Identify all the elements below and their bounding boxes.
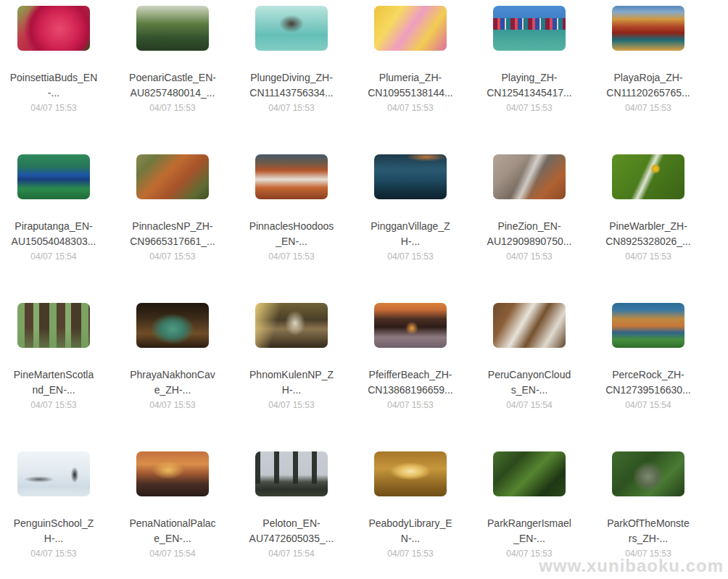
file-item[interactable]: PfeifferBeach_ZH- CN13868196659... 04/07… xyxy=(351,297,470,446)
file-name-line2: H-... xyxy=(356,234,465,249)
file-name-line2: CN12541345417... xyxy=(475,86,584,101)
file-item[interactable]: PineZion_EN- AU12909890750... 04/07 15:5… xyxy=(470,149,589,297)
snowy-pine-cliff-thumbnail[interactable] xyxy=(493,154,566,199)
file-name[interactable]: PeabodyLibrary_E N-... xyxy=(356,516,465,546)
file-name[interactable]: PlungeDiving_ZH- CN11143756334... xyxy=(237,70,346,101)
file-name[interactable]: PinnaclesNP_ZH- CN9665317661_... xyxy=(118,219,227,249)
hoodoos-fog-thumbnail[interactable] xyxy=(255,154,328,199)
file-name[interactable]: ParkRangerIsmael _EN-... xyxy=(475,516,584,546)
file-name-line1: Peloton_EN- xyxy=(237,516,346,531)
file-name[interactable]: PenguinSchool_Z H-... xyxy=(0,516,108,546)
file-item[interactable]: PhrayaNakhonCav e_ZH-... 04/07 15:53 xyxy=(113,297,232,446)
file-name[interactable]: PineMartenScotla nd_EN-... xyxy=(0,367,108,398)
file-item[interactable]: PeruCanyonCloud s_EN-... 04/07 15:54 xyxy=(470,297,589,446)
file-name[interactable]: Plumeria_ZH- CN10955138144... xyxy=(356,70,465,101)
misty-valley-village-thumbnail[interactable] xyxy=(374,154,447,199)
file-item[interactable]: Peloton_EN- AU7472605035_... 04/07 15:54 xyxy=(232,446,351,579)
monster-stone-face-thumbnail[interactable] xyxy=(612,451,684,496)
file-name[interactable]: PlayaRoja_ZH- CN11120265765... xyxy=(594,70,703,101)
library-atrium-thumbnail[interactable] xyxy=(374,451,447,496)
file-timestamp: 04/07 15:53 xyxy=(30,400,76,411)
file-name-line2: _EN-... xyxy=(475,531,584,546)
file-item[interactable]: PlayaRoja_ZH- CN11120265765... 04/07 15:… xyxy=(589,0,708,149)
file-item[interactable]: PerceRock_ZH- CN12739516630... 04/07 15:… xyxy=(589,297,708,446)
file-item[interactable]: PoenariCastle_EN- AU8257480014_... 04/07… xyxy=(113,0,232,149)
file-name[interactable]: PoinsettiaBuds_EN -... xyxy=(0,70,108,101)
file-timestamp: 04/07 15:53 xyxy=(625,251,671,262)
file-item[interactable]: Playing_ZH- CN12541345417... 04/07 15:53 xyxy=(470,0,589,149)
canyon-clouds-aerial-thumbnail[interactable] xyxy=(493,303,566,348)
file-name-line2: H-... xyxy=(237,383,346,398)
waterfall-sunrays-thumbnail[interactable] xyxy=(255,303,328,348)
file-item[interactable]: PinnaclesNP_ZH- CN9665317661_... 04/07 1… xyxy=(113,149,232,297)
file-timestamp: 04/07 15:53 xyxy=(149,400,195,411)
pine-forest-thumbnail[interactable] xyxy=(17,303,90,348)
file-name-line1: PineWarbler_ZH- xyxy=(594,219,703,234)
palace-sunset-thumbnail[interactable] xyxy=(136,451,209,496)
swimmers-pool-thumbnail[interactable] xyxy=(493,6,566,51)
file-item[interactable]: Plumeria_ZH- CN10955138144... 04/07 15:5… xyxy=(351,0,470,149)
file-name-line2: CN12739516630... xyxy=(594,383,703,398)
plumeria-flowers-thumbnail[interactable] xyxy=(374,6,447,51)
file-name-line1: PenaNationalPalac xyxy=(118,516,227,531)
file-name-line1: ParkRangerIsmael xyxy=(475,516,584,531)
file-name[interactable]: PinnaclesHoodoos _EN-... xyxy=(237,219,346,249)
file-name[interactable]: ParkOfTheMonste rs_ZH-... xyxy=(594,516,703,546)
icy-branch-warbler-thumbnail[interactable] xyxy=(612,154,684,199)
file-name-line2: CN10955138144... xyxy=(356,86,465,101)
file-name-line1: PlungeDiving_ZH- xyxy=(237,70,346,86)
file-item[interactable]: PineWarbler_ZH- CN8925328026_... 04/07 1… xyxy=(589,149,708,297)
file-name[interactable]: PhrayaNakhonCav e_ZH-... xyxy=(118,367,227,398)
file-name-line2: AU15054048303... xyxy=(0,234,108,249)
file-name[interactable]: PoenariCastle_EN- AU8257480014_... xyxy=(118,70,227,101)
file-timestamp: 04/07 15:53 xyxy=(625,103,671,114)
file-item[interactable]: Piraputanga_EN- AU15054048303... 04/07 1… xyxy=(0,149,113,297)
file-name[interactable]: PfeifferBeach_ZH- CN13868196659... xyxy=(356,367,465,398)
file-timestamp: 04/07 15:53 xyxy=(506,103,552,114)
file-name[interactable]: PineWarbler_ZH- CN8925328026_... xyxy=(594,219,703,249)
jungle-ranger-thumbnail[interactable] xyxy=(493,451,566,496)
file-item[interactable]: PinnaclesHoodoos _EN-... 04/07 15:53 xyxy=(232,149,351,297)
file-name-line2: AU12909890750... xyxy=(475,234,584,249)
file-item[interactable]: PlungeDiving_ZH- CN11143756334... 04/07 … xyxy=(232,0,351,149)
file-timestamp: 04/07 15:53 xyxy=(268,251,314,262)
file-timestamp: 04/07 15:54 xyxy=(268,549,314,559)
file-item[interactable]: PenguinSchool_Z H-... 04/07 15:53 xyxy=(0,446,113,579)
file-name[interactable]: Playing_ZH- CN12541345417... xyxy=(475,70,584,101)
cave-pavilion-thumbnail[interactable] xyxy=(136,303,209,348)
fish-underwater-thumbnail[interactable] xyxy=(17,154,90,199)
file-name[interactable]: Peloton_EN- AU7472605035_... xyxy=(237,516,346,546)
beach-rock-arch-thumbnail[interactable] xyxy=(374,303,447,348)
red-beach-thumbnail[interactable] xyxy=(612,6,684,51)
file-item[interactable]: PingganVillage_Z H-... 04/07 15:53 xyxy=(351,149,470,297)
perce-rock-coast-thumbnail[interactable] xyxy=(612,303,684,348)
file-name[interactable]: PingganVillage_Z H-... xyxy=(356,219,465,249)
file-name[interactable]: PenaNationalPalac e_EN-... xyxy=(118,516,227,546)
file-name-line2: rs_ZH-... xyxy=(594,531,703,546)
file-item[interactable]: PoinsettiaBuds_EN -... 04/07 15:53 xyxy=(0,0,113,149)
cyclists-tree-silhouettes-thumbnail[interactable] xyxy=(255,451,328,496)
penguins-snow-thumbnail[interactable] xyxy=(17,451,90,496)
poinsettia-flower-thumbnail[interactable] xyxy=(17,6,90,51)
file-timestamp: 04/07 15:53 xyxy=(268,400,314,411)
file-name[interactable]: PerceRock_ZH- CN12739516630... xyxy=(594,367,703,398)
pinnacles-cliffs-thumbnail[interactable] xyxy=(136,154,209,199)
file-timestamp: 04/07 15:53 xyxy=(30,103,76,114)
diving-bird-sea-thumbnail[interactable] xyxy=(255,6,328,51)
file-name-line2: N-... xyxy=(356,531,465,546)
file-name[interactable]: PhnomKulenNP_Z H-... xyxy=(237,367,346,398)
file-item[interactable]: PineMartenScotla nd_EN-... 04/07 15:53 xyxy=(0,297,113,446)
file-name-line1: PoinsettiaBuds_EN xyxy=(0,70,108,86)
file-name[interactable]: PineZion_EN- AU12909890750... xyxy=(475,219,584,249)
forest-castle-mountains-thumbnail[interactable] xyxy=(136,6,209,51)
file-item[interactable]: PhnomKulenNP_Z H-... 04/07 15:53 xyxy=(232,297,351,446)
file-name[interactable]: PeruCanyonCloud s_EN-... xyxy=(475,367,584,398)
file-item[interactable]: PenaNationalPalac e_EN-... 04/07 15:54 xyxy=(113,446,232,579)
file-item[interactable]: PeabodyLibrary_E N-... 04/07 15:53 xyxy=(351,446,470,579)
file-timestamp: 04/07 15:53 xyxy=(387,103,433,114)
file-name[interactable]: Piraputanga_EN- AU15054048303... xyxy=(0,219,108,249)
watermark: www.xunibaoku.com xyxy=(539,556,724,576)
file-timestamp: 04/07 15:53 xyxy=(387,549,433,559)
file-timestamp: 04/07 15:54 xyxy=(625,400,671,411)
file-name-line2: AU8257480014_... xyxy=(118,86,227,101)
